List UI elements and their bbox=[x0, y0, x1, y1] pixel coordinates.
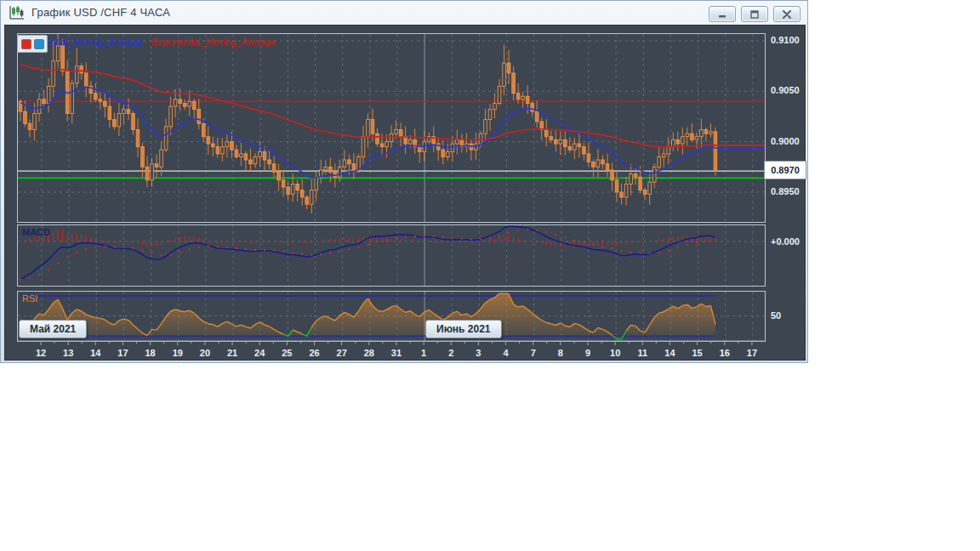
month-label-may[interactable]: Май 2021 bbox=[19, 320, 87, 338]
svg-text:MACD: MACD bbox=[22, 227, 50, 237]
date-tick-label: 2 bbox=[448, 348, 453, 358]
close-button[interactable] bbox=[773, 6, 801, 22]
date-tick-label: 8 bbox=[558, 348, 563, 358]
date-tick-label: 31 bbox=[391, 348, 402, 358]
current-price-badge: 0.8970 bbox=[764, 161, 806, 179]
date-tick-label: 14 bbox=[90, 348, 101, 358]
window-title: График USD /CHF 4 ЧАСА bbox=[31, 6, 170, 19]
rsi-mid-label: 50 bbox=[771, 309, 781, 322]
date-tick-label: 17 bbox=[747, 348, 757, 358]
date-tick-label: 28 bbox=[364, 348, 374, 358]
date-tick-label: 25 bbox=[282, 348, 292, 358]
desktop: График USD /CHF 4 ЧАСА M bbox=[0, 0, 980, 551]
chart-content: MACD RSI 1213141718192021242526272831123… bbox=[4, 25, 806, 361]
maximize-button[interactable] bbox=[741, 6, 768, 22]
price-tick-label: 0.9000 bbox=[771, 134, 800, 148]
maximize-icon bbox=[749, 10, 760, 19]
date-tick-label: 7 bbox=[531, 348, 536, 358]
date-tick-label: 20 bbox=[200, 348, 210, 358]
date-tick-label: 1 bbox=[421, 348, 426, 358]
indicator-swatches[interactable] bbox=[17, 35, 48, 53]
svg-text:RSI: RSI bbox=[22, 293, 37, 304]
close-icon bbox=[782, 10, 792, 19]
date-tick-label: 3 bbox=[476, 348, 481, 358]
month-label-june[interactable]: Июнь 2021 bbox=[425, 320, 502, 338]
date-tick-label: 14 bbox=[664, 348, 675, 358]
candlestick-chart-icon bbox=[9, 5, 26, 20]
macd-panel-canvas[interactable]: MACD bbox=[17, 224, 766, 287]
date-tick-label: 21 bbox=[227, 348, 237, 358]
window-titlebar[interactable]: График USD /CHF 4 ЧАСА bbox=[1, 1, 807, 24]
rsi-panel-canvas[interactable]: RSI bbox=[17, 291, 766, 342]
date-tick-label: 12 bbox=[36, 348, 46, 358]
window-controls bbox=[709, 6, 801, 22]
price-tick-label: 0.9050 bbox=[771, 83, 800, 97]
chart-window: График USD /CHF 4 ЧАСА M bbox=[0, 0, 808, 363]
date-tick-label: 26 bbox=[309, 348, 319, 358]
price-tick-label: 0.9100 bbox=[771, 33, 800, 47]
date-tick-label: 9 bbox=[585, 348, 590, 358]
date-tick-label: 17 bbox=[117, 348, 128, 358]
date-axis: 1213141718192021242526272831123478910111… bbox=[17, 340, 764, 362]
minimize-button[interactable] bbox=[709, 6, 736, 22]
date-tick-label: 13 bbox=[63, 348, 73, 358]
date-tick-label: 18 bbox=[145, 348, 155, 358]
blue-swatch-icon[interactable] bbox=[34, 39, 44, 49]
legend-ema-slow: Exponential_Moving_Average bbox=[151, 37, 276, 47]
date-tick-label: 19 bbox=[173, 348, 183, 358]
date-tick-label: 16 bbox=[720, 348, 730, 358]
date-tick-label: 27 bbox=[337, 348, 347, 358]
date-tick-label: 24 bbox=[254, 348, 265, 358]
macd-zero-label: +0.000 bbox=[771, 235, 800, 248]
date-tick-label: 15 bbox=[692, 348, 702, 358]
date-tick-label: 11 bbox=[637, 348, 647, 358]
price-tick-label: 0.8950 bbox=[771, 185, 800, 198]
minimize-icon bbox=[717, 10, 727, 19]
red-swatch-icon[interactable] bbox=[21, 39, 31, 49]
price-chart-canvas[interactable] bbox=[17, 33, 766, 223]
date-tick-label: 4 bbox=[503, 348, 509, 358]
date-tick-label: 10 bbox=[610, 348, 620, 358]
indicator-legend: Exponential_Moving_Average Exponential_M… bbox=[19, 37, 276, 52]
